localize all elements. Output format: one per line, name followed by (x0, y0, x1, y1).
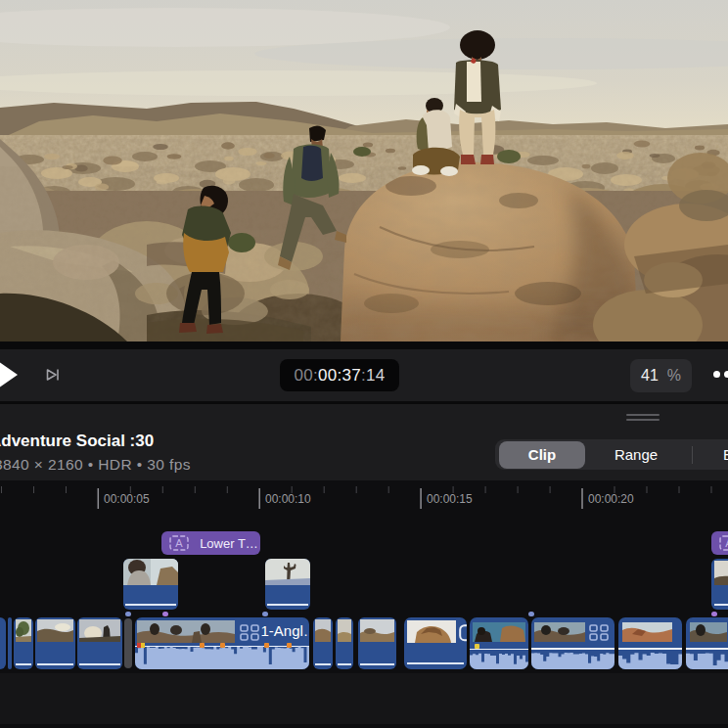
svg-text:00:00:05: 00:00:05 (104, 492, 150, 506)
svg-text:00:00:20: 00:00:20 (588, 492, 634, 506)
svg-text:A: A (175, 537, 183, 549)
svg-text:00:00:15: 00:00:15 (427, 492, 473, 506)
svg-text:00:00:10: 00:00:10 (265, 492, 311, 506)
